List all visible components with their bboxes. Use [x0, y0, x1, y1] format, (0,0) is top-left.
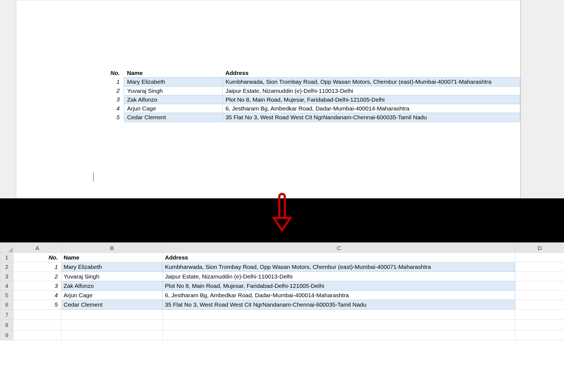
- excel-cell-name[interactable]: Zak Alfonzo: [61, 281, 163, 290]
- word-table-row: 3 Zak Alfonzo Plot No 8, Main Road, Muje…: [97, 95, 520, 104]
- excel-cell-empty[interactable]: [515, 262, 564, 272]
- word-cell-name: Zak Alfonzo: [124, 95, 223, 104]
- excel-cell-empty[interactable]: [163, 309, 515, 320]
- excel-cell-no[interactable]: 1: [13, 262, 61, 272]
- excel-cell-no[interactable]: 5: [13, 300, 61, 309]
- word-cell-name: Mary Elizabeth: [124, 77, 223, 86]
- excel-cell-address[interactable]: Kumbharwada, Sion Trombay Road, Opp Wasa…: [163, 262, 515, 272]
- excel-row: 6 5 Cedar Clement 35 Flat No 3, West Roa…: [0, 300, 564, 309]
- excel-row-header[interactable]: 1: [0, 253, 13, 262]
- word-cell-name: Arjun Cage: [124, 104, 223, 113]
- excel-cell-empty[interactable]: [515, 300, 564, 309]
- excel-row: 5 4 Arjun Cage 6, Jestharam Bg, Ambedkar…: [0, 291, 564, 300]
- excel-row: 1 No. Name Address: [0, 253, 564, 262]
- excel-row: 3 2 Yuvaraj Singh Jaipur Estate, Nizamud…: [0, 272, 564, 281]
- word-cell-no: 3: [97, 95, 124, 104]
- excel-cell-empty[interactable]: [61, 309, 163, 320]
- word-table-header-row: No. Name Address: [97, 69, 520, 77]
- word-table-row: 5 Cedar Clement 35 Flat No 3, West Road …: [97, 113, 520, 122]
- text-cursor: [93, 172, 94, 182]
- word-cell-no: 2: [97, 86, 124, 95]
- excel-row-header[interactable]: 6: [0, 300, 13, 309]
- word-cell-address: Plot No 8, Main Road, Mujesar, Faridabad…: [223, 95, 520, 104]
- word-document-background: No. Name Address 1 Mary Elizabeth Kumbha…: [0, 0, 564, 198]
- select-all-corner[interactable]: [0, 243, 13, 253]
- excel-cell-address[interactable]: 35 Flat No 3, West Road West Cit NgrNand…: [163, 300, 515, 309]
- excel-col-header[interactable]: A: [13, 243, 61, 253]
- word-cell-address: 6, Jestharam Bg, Ambedkar Road, Dadar-Mu…: [223, 104, 520, 113]
- word-cell-address: Jaipur Estate, Nizamuddin (e)-Delhi-1100…: [223, 86, 520, 95]
- excel-row: 4 3 Zak Alfonzo Plot No 8, Main Road, Mu…: [0, 281, 564, 290]
- excel-cell-empty[interactable]: [515, 291, 564, 300]
- excel-cell-empty[interactable]: [13, 309, 61, 320]
- excel-row-header[interactable]: 9: [0, 330, 13, 340]
- excel-cell-empty[interactable]: [515, 272, 564, 281]
- excel-cell-empty[interactable]: [515, 281, 564, 290]
- excel-cell-empty[interactable]: [13, 330, 61, 340]
- word-table-row: 1 Mary Elizabeth Kumbharwada, Sion Tromb…: [97, 77, 520, 86]
- excel-row: 8: [0, 320, 564, 330]
- word-page: No. Name Address 1 Mary Elizabeth Kumbha…: [16, 0, 520, 199]
- excel-row-header[interactable]: 3: [0, 272, 13, 281]
- excel-cell-name[interactable]: Cedar Clement: [61, 300, 163, 309]
- excel-row-header[interactable]: 7: [0, 309, 13, 320]
- excel-cell-empty[interactable]: [515, 253, 564, 262]
- excel-cell-no[interactable]: 4: [13, 291, 61, 300]
- word-cell-no: 4: [97, 104, 124, 113]
- excel-cell-empty[interactable]: [61, 320, 163, 330]
- word-table: No. Name Address 1 Mary Elizabeth Kumbha…: [97, 69, 520, 122]
- excel-grid[interactable]: A B C D 1 No. Name Address 2 1: [0, 242, 564, 340]
- excel-cell-name[interactable]: Arjun Cage: [61, 291, 163, 300]
- excel-cell-name[interactable]: Mary Elizabeth: [61, 262, 163, 272]
- excel-cell-empty[interactable]: [163, 320, 515, 330]
- excel-cell-empty[interactable]: [515, 320, 564, 330]
- word-header-no: No.: [97, 69, 124, 77]
- excel-row-header[interactable]: 8: [0, 320, 13, 330]
- excel-cell-header-address[interactable]: Address: [163, 253, 515, 262]
- excel-cell-empty[interactable]: [13, 320, 61, 330]
- excel-cell-empty[interactable]: [515, 330, 564, 340]
- word-cell-name: Cedar Clement: [124, 113, 223, 122]
- svg-marker-4: [8, 248, 13, 252]
- word-header-name: Name: [124, 69, 223, 77]
- word-table-row: 4 Arjun Cage 6, Jestharam Bg, Ambedkar R…: [97, 104, 520, 113]
- excel-cell-no[interactable]: 2: [13, 272, 61, 281]
- word-cell-name: Yuvaraj Singh: [124, 86, 223, 95]
- excel-cell-address[interactable]: Jaipur Estate, Nizamuddin (e)-Delhi-1100…: [163, 272, 515, 281]
- excel-cell-header-name[interactable]: Name: [61, 253, 163, 262]
- word-cell-address: 35 Flat No 3, West Road West Cit NgrNand…: [223, 113, 520, 122]
- excel-row-header[interactable]: 4: [0, 281, 13, 290]
- excel-grid-area: A B C D 1 No. Name Address 2 1: [0, 242, 564, 392]
- excel-cell-empty[interactable]: [515, 309, 564, 320]
- excel-row-header[interactable]: 5: [0, 291, 13, 300]
- excel-row: 2 1 Mary Elizabeth Kumbharwada, Sion Tro…: [0, 262, 564, 272]
- word-cell-no: 1: [97, 77, 124, 86]
- arrow-down-icon: [270, 192, 294, 232]
- excel-col-header[interactable]: C: [163, 243, 515, 253]
- excel-row-header[interactable]: 2: [0, 262, 13, 272]
- excel-col-header[interactable]: B: [61, 243, 163, 253]
- excel-cell-address[interactable]: 6, Jestharam Bg, Ambedkar Road, Dadar-Mu…: [163, 291, 515, 300]
- excel-row: 9: [0, 330, 564, 340]
- excel-cell-no[interactable]: 3: [13, 281, 61, 290]
- excel-column-header-row: A B C D: [0, 243, 564, 253]
- word-header-address: Address: [223, 69, 520, 77]
- excel-cell-address[interactable]: Plot No 8, Main Road, Mujesar, Faridabad…: [163, 281, 515, 290]
- excel-row: 7: [0, 309, 564, 320]
- word-table-row: 2 Yuvaraj Singh Jaipur Estate, Nizamuddi…: [97, 86, 520, 95]
- excel-col-header[interactable]: D: [515, 243, 564, 253]
- excel-cell-empty[interactable]: [163, 330, 515, 340]
- word-cell-no: 5: [97, 113, 124, 122]
- excel-cell-empty[interactable]: [61, 330, 163, 340]
- excel-cell-header-no[interactable]: No.: [13, 253, 61, 262]
- excel-cell-name[interactable]: Yuvaraj Singh: [61, 272, 163, 281]
- word-cell-address: Kumbharwada, Sion Trombay Road, Opp Wasa…: [223, 77, 520, 86]
